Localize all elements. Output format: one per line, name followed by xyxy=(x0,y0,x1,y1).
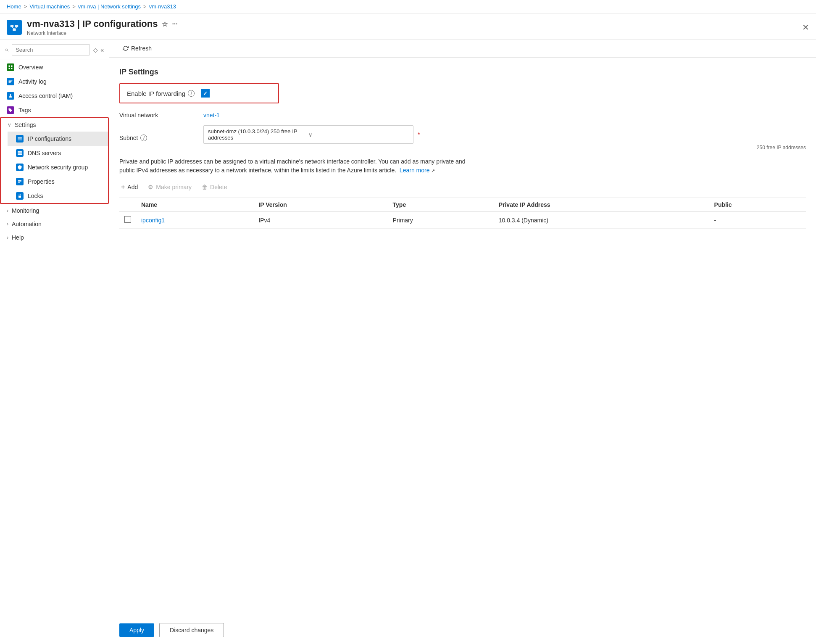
virtual-network-link[interactable]: vnet-1 xyxy=(203,112,220,119)
ip-config-icon xyxy=(16,135,24,143)
settings-section-header[interactable]: ∨ Settings xyxy=(1,118,108,132)
sidebar-item-iam[interactable]: Access control (IAM) xyxy=(0,89,109,103)
sidebar-item-activity-log[interactable]: Activity log xyxy=(0,74,109,89)
add-button[interactable]: + Add xyxy=(119,182,140,193)
sidebar-item-locks[interactable]: Locks xyxy=(8,189,108,203)
sidebar-monitoring[interactable]: › Monitoring xyxy=(0,204,109,217)
sidebar-help[interactable]: › Help xyxy=(0,231,109,244)
ipconfig-link[interactable]: ipconfig1 xyxy=(141,217,165,224)
sidebar-item-tags-label: Tags xyxy=(18,107,31,113)
help-label: Help xyxy=(12,234,24,241)
search-input[interactable] xyxy=(12,44,90,55)
activity-log-icon xyxy=(7,78,14,85)
breadcrumb-vm-nva313[interactable]: vm-nva313 xyxy=(149,3,176,10)
row-private-ip: 10.0.3.4 (Dynamic) xyxy=(494,212,709,229)
ip-forwarding-info-icon[interactable]: i xyxy=(188,90,195,97)
delete-button[interactable]: 🗑 Delete xyxy=(200,182,229,192)
breadcrumb-vms[interactable]: Virtual machines xyxy=(29,3,70,10)
sidebar-automation[interactable]: › Automation xyxy=(0,217,109,231)
svg-rect-7 xyxy=(9,66,11,67)
refresh-button[interactable]: Refresh xyxy=(119,43,155,53)
table-toolbar: + Add ⚙ Make primary 🗑 Delete xyxy=(119,182,806,193)
section-title: IP Settings xyxy=(119,68,806,77)
page-header: vm-nva313 | IP configurations ☆ ··· Netw… xyxy=(0,13,816,40)
collapse-icon[interactable]: « xyxy=(100,47,104,53)
sidebar-item-properties[interactable]: Properties xyxy=(8,174,108,189)
free-ip-note: 250 free IP addresses xyxy=(203,145,806,150)
sidebar-item-iam-label: Access control (IAM) xyxy=(18,92,73,99)
sidebar-item-ip-configurations[interactable]: IP configurations xyxy=(8,132,108,146)
locks-svg xyxy=(17,193,22,198)
favorite-icon[interactable]: ☆ xyxy=(162,20,168,28)
virtual-network-row: Virtual network vnet-1 xyxy=(119,112,806,119)
row-checkbox-cell xyxy=(119,212,136,229)
breadcrumb: Home > Virtual machines > vm-nva | Netwo… xyxy=(0,0,816,13)
svg-point-15 xyxy=(9,109,10,110)
settings-section: ∨ Settings IP configurations xyxy=(0,117,109,204)
properties-icon xyxy=(16,178,24,185)
svg-rect-23 xyxy=(18,182,20,183)
overview-icon xyxy=(7,63,14,71)
more-options-icon[interactable]: ··· xyxy=(172,20,177,28)
sidebar-item-dns-servers[interactable]: DNS servers xyxy=(8,146,108,160)
description-text: Private and public IP addresses can be a… xyxy=(119,157,476,175)
make-primary-label: Make primary xyxy=(156,184,192,190)
subnet-select[interactable]: subnet-dmz (10.0.3.0/24) 250 free IP add… xyxy=(203,125,413,144)
learn-more-link[interactable]: Learn more xyxy=(400,167,430,174)
tags-icon xyxy=(7,106,14,114)
external-link-icon: ↗ xyxy=(431,168,435,173)
locks-icon xyxy=(16,192,24,200)
content-body: IP Settings Enable IP forwarding i Virtu… xyxy=(109,58,816,616)
ip-forwarding-checkbox[interactable] xyxy=(201,89,210,98)
svg-rect-16 xyxy=(18,137,22,138)
svg-point-14 xyxy=(10,94,11,96)
svg-rect-17 xyxy=(18,139,22,140)
settings-children: IP configurations DNS servers xyxy=(1,132,108,203)
breadcrumb-home[interactable]: Home xyxy=(7,3,21,10)
activity-svg xyxy=(8,79,13,84)
sidebar-item-nsg[interactable]: Network security group xyxy=(8,160,108,174)
svg-rect-1 xyxy=(15,25,18,28)
svg-rect-20 xyxy=(18,153,22,155)
subnet-label-text: Subnet xyxy=(119,135,138,141)
sidebar-item-overview[interactable]: Overview xyxy=(0,60,109,74)
row-checkbox[interactable] xyxy=(124,216,131,223)
monitoring-label: Monitoring xyxy=(12,207,39,214)
breadcrumb-network-settings[interactable]: vm-nva | Network settings xyxy=(78,3,141,10)
ip-forwarding-text: Enable IP forwarding xyxy=(127,90,185,97)
sidebar-item-overview-label: Overview xyxy=(18,64,43,71)
svg-rect-22 xyxy=(18,182,21,182)
delete-label: Delete xyxy=(210,184,227,190)
svg-rect-9 xyxy=(9,68,11,69)
col-ip-version: IP Version xyxy=(253,198,387,212)
svg-rect-11 xyxy=(9,80,13,81)
settings-label: Settings xyxy=(15,121,36,128)
nav-overview: Overview Activity log Access control (IA… xyxy=(0,60,109,117)
ip-forwarding-label: Enable IP forwarding i xyxy=(127,90,195,97)
close-icon[interactable]: ✕ xyxy=(802,22,809,32)
discard-button[interactable]: Discard changes xyxy=(159,623,224,637)
apply-button[interactable]: Apply xyxy=(119,623,154,637)
subnet-info-icon[interactable]: i xyxy=(140,135,147,141)
col-name: Name xyxy=(136,198,253,212)
filter-icon[interactable]: ◇ xyxy=(93,47,98,53)
automation-chevron: › xyxy=(7,221,8,227)
subnet-dropdown-arrow: ∨ xyxy=(308,132,409,138)
add-label: Add xyxy=(127,184,138,190)
make-primary-button[interactable]: ⚙ Make primary xyxy=(146,182,193,192)
svg-line-4 xyxy=(14,27,17,29)
delete-icon: 🗑 xyxy=(202,184,208,190)
sidebar-dns-label: DNS servers xyxy=(28,150,61,156)
svg-rect-13 xyxy=(9,82,11,83)
subnet-select-value: subnet-dmz (10.0.3.0/24) 250 free IP add… xyxy=(208,128,308,141)
sidebar-item-tags[interactable]: Tags xyxy=(0,103,109,117)
svg-rect-2 xyxy=(13,29,16,31)
subnet-row: Subnet i subnet-dmz (10.0.3.0/24) 250 fr… xyxy=(119,125,806,150)
table-row: ipconfig1 IPv4 Primary 10.0.3.4 (Dynamic… xyxy=(119,212,806,229)
refresh-icon xyxy=(123,45,129,51)
subnet-label: Subnet i xyxy=(119,135,203,141)
svg-rect-21 xyxy=(18,180,21,181)
add-icon: + xyxy=(121,183,125,191)
properties-svg xyxy=(17,179,22,184)
svg-line-6 xyxy=(8,50,8,51)
